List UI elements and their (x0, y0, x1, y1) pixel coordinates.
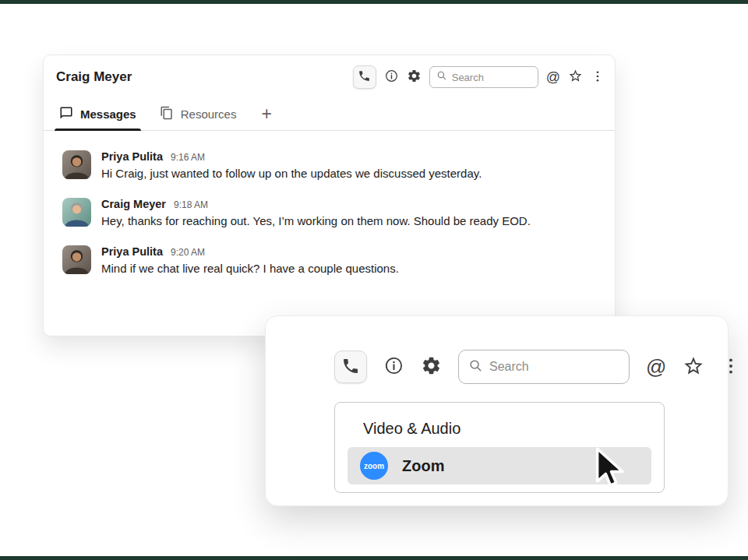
message-content: Priya Pulita 9:16 AM Hi Craig, just want… (101, 150, 482, 180)
message-text: Hi Craig, just wanted to follow up on th… (101, 167, 482, 180)
avatar-priya-pulita[interactable] (62, 150, 91, 179)
call-menu-popup: @ Video & Audio zoom Zoom (265, 315, 729, 506)
settings-button[interactable] (421, 355, 442, 379)
stacked-files-icon (160, 106, 174, 123)
mouse-cursor-icon (595, 447, 630, 492)
avatar-priya-pulita[interactable] (62, 245, 91, 274)
top-frame-bar (0, 0, 748, 4)
tab-messages[interactable]: Messages (59, 98, 136, 130)
zoom-logo-text: zoom (364, 462, 384, 470)
avatar-craig-meyer[interactable] (62, 198, 91, 227)
chat-header: Craig Meyer (44, 55, 615, 89)
info-button[interactable] (384, 69, 399, 86)
search-icon (436, 70, 447, 84)
call-button[interactable] (334, 350, 367, 383)
gear-icon (421, 355, 442, 379)
star-icon (683, 355, 704, 379)
search-icon (468, 358, 483, 376)
zoom-logo-icon: zoom (360, 452, 388, 480)
message-author[interactable]: Craig Meyer (101, 198, 166, 210)
message-timestamp: 9:20 AM (171, 247, 205, 258)
gear-icon (407, 69, 422, 86)
message-content: Priya Pulita 9:20 AM Mind if we chat liv… (101, 245, 399, 275)
message-content: Craig Meyer 9:18 AM Hey, thanks for reac… (101, 198, 531, 227)
search-box[interactable] (458, 350, 630, 384)
mentions-button[interactable]: @ (546, 70, 560, 84)
popup-toolbar: @ (334, 350, 741, 384)
call-button[interactable] (353, 65, 376, 89)
phone-icon (358, 69, 371, 85)
info-button[interactable] (383, 355, 404, 379)
message-row: Priya Pulita 9:16 AM Hi Craig, just want… (62, 150, 596, 180)
search-input[interactable] (452, 72, 531, 83)
message-timestamp: 9:16 AM (171, 152, 205, 163)
more-options-button[interactable] (721, 356, 741, 379)
chat-toolbar: @ (353, 65, 605, 89)
speech-bubble-icon (59, 106, 73, 123)
chat-title: Craig Meyer (56, 69, 132, 85)
star-button[interactable] (683, 355, 704, 379)
tab-resources[interactable]: Resources (160, 98, 237, 130)
more-options-button[interactable] (591, 69, 605, 86)
info-icon (384, 69, 399, 86)
screenshot-canvas: Craig Meyer (0, 0, 748, 560)
at-icon: @ (546, 70, 560, 84)
info-icon (383, 355, 404, 379)
menu-item-zoom-label: Zoom (402, 457, 444, 475)
message-text: Hey, thanks for reaching out. Yes, I’m w… (101, 214, 531, 227)
message-list: Priya Pulita 9:16 AM Hi Craig, just want… (44, 131, 615, 275)
chat-tabs: Messages Resources + (44, 98, 615, 131)
at-icon: @ (646, 357, 666, 377)
search-input[interactable] (489, 360, 619, 374)
kebab-menu-icon (721, 356, 741, 379)
message-author[interactable]: Priya Pulita (101, 150, 163, 163)
star-button[interactable] (568, 69, 583, 86)
message-text: Mind if we chat live real quick? I have … (101, 262, 399, 275)
tab-resources-label: Resources (181, 107, 237, 121)
message-row: Priya Pulita 9:20 AM Mind if we chat liv… (62, 245, 596, 275)
phone-icon (341, 357, 360, 378)
settings-button[interactable] (407, 69, 422, 86)
add-tab-button[interactable]: + (261, 105, 271, 123)
message-row: Craig Meyer 9:18 AM Hey, thanks for reac… (62, 198, 596, 227)
mentions-button[interactable]: @ (646, 357, 666, 377)
message-author[interactable]: Priya Pulita (101, 245, 163, 258)
star-icon (568, 69, 583, 86)
search-box[interactable] (429, 66, 538, 88)
tab-messages-label: Messages (80, 107, 136, 121)
chat-window: Craig Meyer (43, 55, 616, 336)
menu-header: Video & Audio (335, 403, 664, 438)
bottom-frame-bar (0, 556, 748, 560)
kebab-menu-icon (591, 69, 605, 86)
message-timestamp: 9:18 AM (174, 199, 208, 210)
